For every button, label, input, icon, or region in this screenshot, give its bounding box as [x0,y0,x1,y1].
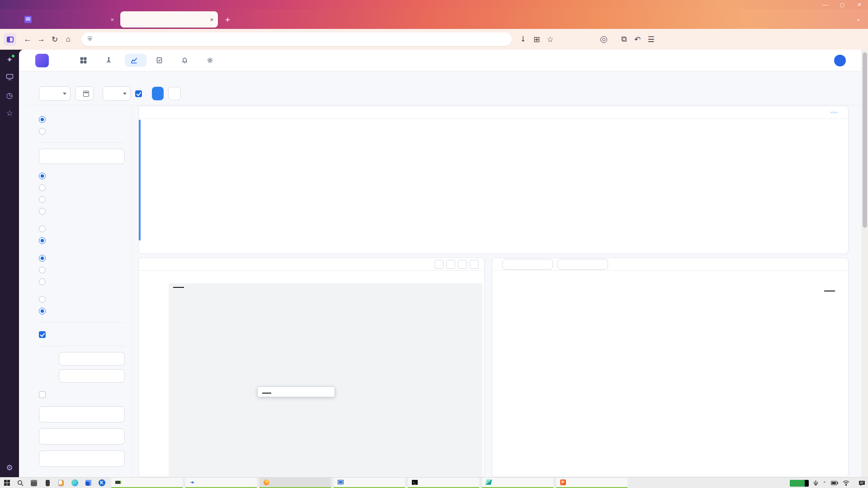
account-login-button[interactable] [600,36,610,43]
container-tab-icon[interactable]: ⧉ [617,35,631,44]
task-cancelling-dialog[interactable]: ➜ [185,478,257,488]
history-clock-icon[interactable]: ◷ [6,92,13,99]
nav-system-management[interactable] [201,54,222,67]
overlap-select[interactable] [59,369,125,383]
checkbox-enable-filter[interactable] [39,389,125,400]
radio-absolute-time[interactable] [39,235,125,246]
station-select[interactable] [39,86,71,101]
home-button[interactable]: ⌂ [61,35,75,44]
zoom-out-button[interactable] [446,260,455,269]
radio-per-channel[interactable] [39,252,125,264]
magnify-plot-area[interactable] [169,283,482,477]
checkbox-icon[interactable] [39,391,46,398]
task-wps-presentation[interactable]: P [556,478,627,488]
pinned-edge-icon[interactable] [68,479,81,486]
radio-icon[interactable] [39,196,46,203]
sidebar-settings-gear-icon[interactable]: ⚙ [0,463,19,473]
radio-standard-layout[interactable] [39,170,125,182]
channel-checkbox[interactable] [135,90,142,97]
battery-percent-widget[interactable] [790,480,809,487]
battery-tray-icon[interactable] [831,481,838,485]
minimize-button[interactable]: — [816,0,834,9]
start-button[interactable] [0,480,14,486]
radio-icon[interactable] [39,184,46,191]
radio-icon[interactable] [39,296,46,303]
pan-right-button[interactable] [470,260,479,269]
nav-system-overview[interactable] [74,54,96,67]
radio-icon[interactable] [39,116,46,123]
checkbox-icon[interactable] [39,331,46,338]
spectra-chart[interactable] [492,271,848,477]
bookmark-star-icon[interactable]: ☆ [543,35,557,44]
hidden-icons-chevron[interactable]: ⌃ [823,481,826,486]
wifi-icon[interactable] [843,480,849,486]
date-picker[interactable] [75,86,94,101]
extensions-grid-icon[interactable]: ⊞ [530,35,543,44]
scrollbar-thumb[interactable] [863,52,867,228]
notification-center-icon[interactable] [859,480,865,486]
hour-select[interactable] [103,86,131,101]
pinned-k-app-icon[interactable]: K [95,479,108,486]
radio-fixed-value[interactable] [39,276,125,287]
radio-icon[interactable] [39,267,46,273]
load-button[interactable] [152,87,164,100]
browser-tab-diting-doc[interactable]: × [20,12,118,27]
page-scrollbar[interactable] [861,50,868,477]
task-remote-desktop[interactable] [334,478,405,488]
radio-icon[interactable] [39,225,46,232]
ai-sparkle-icon[interactable]: ✦ [6,56,13,64]
task-easyconnect[interactable] [482,478,553,488]
task-firefox-livedata[interactable] [259,478,331,488]
screen-sync-icon[interactable] [6,74,14,82]
radio-overlay[interactable] [39,125,125,137]
maximize-button[interactable]: ▢ [834,0,851,9]
sidebar-toggle-button[interactable] [4,33,16,46]
nav-station-management[interactable] [99,54,121,67]
task-elements-drive[interactable] [111,478,183,488]
radio-side-by-side[interactable] [39,182,125,193]
pan-left-button[interactable] [458,260,467,269]
radio-overview-only[interactable] [39,193,125,205]
back-button[interactable]: ← [21,35,34,44]
radio-icon[interactable] [39,208,46,215]
downloads-icon[interactable]: ⭣ [516,35,530,44]
demean-button[interactable] [39,406,125,422]
url-bar[interactable]: ⛨ [81,33,512,46]
nav-system-alerts[interactable] [175,54,197,67]
window-size-select[interactable] [59,352,125,366]
undo-refresh-icon[interactable]: ↶ [631,35,644,44]
radio-icon[interactable] [39,255,46,262]
taskbar-search-icon[interactable] [14,480,27,486]
trace-selection-window[interactable] [139,120,141,240]
transform-button-clipped[interactable] [39,450,125,467]
radio-icon[interactable] [39,308,46,314]
magnify-chart[interactable] [139,271,484,477]
pinned-calculator-icon[interactable] [27,480,41,486]
user-menu[interactable] [834,55,850,66]
radio-icon[interactable] [39,237,46,244]
checkbox-auto-freq[interactable] [39,328,125,340]
channels-per-screen-select[interactable] [39,149,125,164]
task-admin-cmd[interactable]: ›_ [408,478,479,488]
radio-relative-time[interactable] [39,223,125,235]
radio-icon[interactable] [39,128,46,135]
detrend-button[interactable] [39,428,125,445]
radio-log[interactable] [39,293,125,305]
radio-gather[interactable] [39,113,125,125]
reload-button[interactable]: ↻ [48,35,61,44]
pinned-notepad-icon[interactable] [54,480,68,486]
pinned-device-icon[interactable] [41,480,54,486]
radio-icon[interactable] [39,278,46,285]
forward-button[interactable]: → [34,35,48,44]
radio-magnify-only[interactable] [39,205,125,217]
radio-per-window[interactable] [39,264,125,276]
hamburger-menu-icon[interactable]: ☰ [644,35,658,44]
smoothing-select[interactable] [557,259,608,270]
zoom-in-button[interactable] [434,260,443,269]
tab-overflow-chevron-icon[interactable]: ⌄ [856,15,861,22]
hide-panel-button[interactable] [168,87,181,100]
nav-task-center[interactable] [150,54,172,67]
new-tab-button[interactable]: + [225,15,230,25]
radio-linear[interactable] [39,305,125,317]
tab-close-icon[interactable]: × [210,16,213,23]
